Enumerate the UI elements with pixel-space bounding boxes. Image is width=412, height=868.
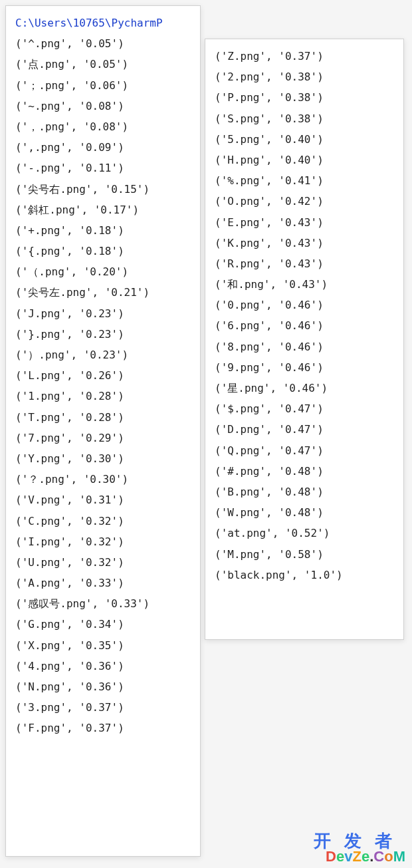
interpreter-path: C:\Users\10765\PycharmP xyxy=(15,13,191,33)
output-line: ('斜杠.png', '0.17') xyxy=(15,200,191,220)
watermark: 开发者 DevZe.CoM xyxy=(314,832,405,864)
output-line: (',.png', '0.09') xyxy=(15,137,191,158)
output-line: ('#.png', '0.48') xyxy=(215,461,394,482)
output-line: ('A.png', '0.33') xyxy=(15,573,191,593)
output-line: ('$.png', '0.47') xyxy=(215,398,394,419)
output-line: ('B.png', '0.48') xyxy=(215,482,394,502)
output-line: ('星.png', '0.46') xyxy=(215,378,394,398)
output-line: ('9.png', '0.46') xyxy=(215,357,394,378)
output-line: ('5.png', '0.40') xyxy=(215,129,394,150)
output-line: ('black.png', '1.0') xyxy=(215,565,394,585)
output-line: ('M.png', '0.58') xyxy=(215,544,394,565)
output-line: ('Y.png', '0.30') xyxy=(15,448,191,469)
output-line: ('3.png', '0.37') xyxy=(15,697,191,718)
output-line: ('0.png', '0.46') xyxy=(215,295,394,315)
output-lines-right: ('Z.png', '0.37')('2.png', '0.38')('P.pn… xyxy=(215,46,394,585)
output-line: ('I.png', '0.32') xyxy=(15,531,191,552)
output-line: ('感叹号.png', '0.33') xyxy=(15,593,191,614)
output-line: ('N.png', '0.36') xyxy=(15,676,191,697)
output-line: ('%.png', '0.41') xyxy=(215,170,394,191)
output-line: ('6.png', '0.46') xyxy=(215,315,394,336)
output-line: ('T.png', '0.28') xyxy=(15,407,191,428)
output-line: ('8.png', '0.46') xyxy=(215,337,394,357)
output-line: ('O.png', '0.42') xyxy=(215,191,394,212)
output-line: ('^.png', '0.05') xyxy=(15,33,191,54)
watermark-english: DevZe.CoM xyxy=(314,849,405,864)
output-line: ('4.png', '0.36') xyxy=(15,656,191,676)
output-line: ('1.png', '0.28') xyxy=(15,386,191,406)
output-line: ('K.png', '0.43') xyxy=(215,233,394,253)
output-line: ('点.png', '0.05') xyxy=(15,54,191,74)
output-line: ('~.png', '0.08') xyxy=(15,96,191,116)
console-output-left: C:\Users\10765\PycharmP ('^.png', '0.05'… xyxy=(5,5,201,857)
output-line: ('H.png', '0.40') xyxy=(215,150,394,170)
output-line: ('+.png', '0.18') xyxy=(15,220,191,241)
output-line: ('D.png', '0.47') xyxy=(215,419,394,440)
output-line: ('R.png', '0.43') xyxy=(215,253,394,274)
output-line: ('}.png', '0.23') xyxy=(15,324,191,345)
output-line: ('Q.png', '0.47') xyxy=(215,440,394,461)
output-line: ('C.png', '0.32') xyxy=(15,511,191,531)
output-line: ('L.png', '0.26') xyxy=(15,365,191,386)
output-line: ('）.png', '0.23') xyxy=(15,345,191,365)
watermark-chinese: 开发者 xyxy=(314,832,405,849)
output-line: ('W.png', '0.48') xyxy=(215,502,394,523)
output-line: ('（.png', '0.20') xyxy=(15,261,191,282)
output-line: ('-.png', '0.11') xyxy=(15,158,191,178)
output-line: ('2.png', '0.38') xyxy=(215,67,394,87)
output-lines-left: ('^.png', '0.05')('点.png', '0.05')('；.pn… xyxy=(15,33,191,738)
output-line: ('X.png', '0.35') xyxy=(15,635,191,656)
output-line: ('at.png', '0.52') xyxy=(215,523,394,543)
output-line: ('V.png', '0.31') xyxy=(15,490,191,510)
output-line: ('；.png', '0.06') xyxy=(15,75,191,96)
output-line: ('，.png', '0.08') xyxy=(15,116,191,137)
output-line: ('{.png', '0.18') xyxy=(15,241,191,261)
output-line: ('尖号左.png', '0.21') xyxy=(15,282,191,303)
output-line: ('G.png', '0.34') xyxy=(15,614,191,635)
output-line: ('F.png', '0.37') xyxy=(15,718,191,738)
output-line: ('E.png', '0.43') xyxy=(215,212,394,233)
output-line: ('和.png', '0.43') xyxy=(215,274,394,295)
output-line: ('Z.png', '0.37') xyxy=(215,46,394,67)
output-line: ('J.png', '0.23') xyxy=(15,303,191,324)
output-line: ('尖号右.png', '0.15') xyxy=(15,179,191,200)
output-line: ('？.png', '0.30') xyxy=(15,469,191,490)
output-line: ('7.png', '0.29') xyxy=(15,428,191,448)
console-output-right: ('Z.png', '0.37')('2.png', '0.38')('P.pn… xyxy=(205,39,404,640)
output-line: ('U.png', '0.32') xyxy=(15,552,191,573)
output-line: ('P.png', '0.38') xyxy=(215,87,394,108)
output-line: ('S.png', '0.38') xyxy=(215,108,394,129)
